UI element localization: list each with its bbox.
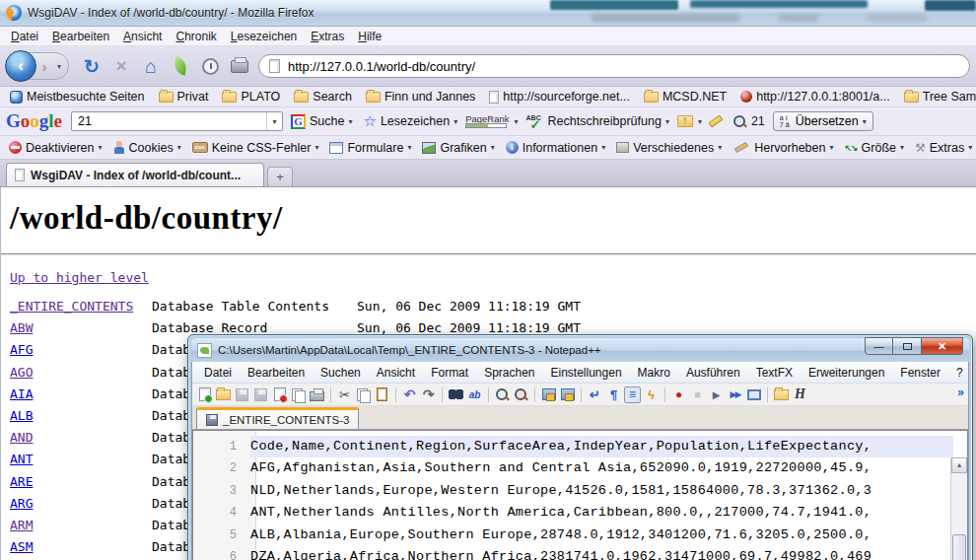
macro-save-button[interactable] — [745, 386, 762, 403]
entry-link[interactable]: ASM — [10, 536, 152, 558]
webdev-formulare[interactable]: Formulare▾ — [325, 139, 415, 157]
feed-button[interactable] — [169, 54, 192, 78]
npp-menu-ansicht[interactable]: Ansicht — [369, 364, 423, 382]
webdev-informationen[interactable]: iInformationen▾ — [502, 139, 609, 157]
function-completion-button[interactable]: ϟ — [643, 386, 660, 403]
bookmark-sourceforge[interactable]: http://sourceforge.net... — [483, 89, 636, 105]
spellcheck-button[interactable]: ABC Rechtschreibprüfung ▾ — [523, 112, 672, 131]
find-button[interactable] — [448, 386, 464, 403]
bookmark-most-visited[interactable]: Meistbesuchte Seiten — [4, 89, 151, 105]
close-file-button[interactable] — [271, 386, 288, 403]
pagerank-widget[interactable]: PageRank — [465, 114, 509, 128]
vertical-scrollbar[interactable]: ▲ ≡ — [950, 457, 967, 560]
minimize-button[interactable]: — — [865, 337, 893, 355]
zoom-out-button[interactable] — [513, 386, 529, 403]
webdev-deaktivieren[interactable]: Deaktivieren▾ — [5, 139, 106, 157]
save-all-button[interactable] — [252, 386, 269, 403]
npp-menu-help[interactable]: ? — [948, 364, 971, 382]
menu-datei[interactable]: Datei — [4, 28, 45, 45]
npp-menu-suchen[interactable]: Suchen — [313, 364, 369, 382]
close-button[interactable]: ✕ — [922, 337, 963, 355]
up-link[interactable]: Up to higher level — [10, 270, 149, 285]
redo-button[interactable]: ↷ — [420, 386, 437, 403]
document-tab[interactable]: _ENTIRE_CONTENTS-3 — [196, 407, 359, 429]
macro-stop-button[interactable]: ■ — [689, 386, 706, 403]
line-text[interactable]: NLD,Netherlands,Europe,Western Europe,41… — [250, 480, 953, 502]
entry-link[interactable]: ALB — [10, 405, 152, 427]
webdev-extras[interactable]: ⚒Extras▾ — [911, 139, 976, 157]
scroll-up-button[interactable]: ▲ — [951, 457, 967, 473]
bookmark-privat[interactable]: Privat — [153, 89, 215, 105]
send-to-icon[interactable] — [677, 115, 693, 127]
entry-link[interactable]: AIA — [10, 384, 152, 405]
search-dropdown-icon[interactable]: ▾ — [266, 112, 282, 130]
npp-menu-makro[interactable]: Makro — [630, 364, 678, 382]
npp-menu-datei[interactable]: Datei — [196, 364, 240, 382]
print-button[interactable] — [309, 386, 325, 403]
menu-extras[interactable]: Extras — [304, 28, 351, 45]
npp-menu-textfx[interactable]: TextFX — [748, 364, 801, 382]
webdev-cookies[interactable]: Cookies▾ — [109, 139, 185, 157]
webdev-css[interactable]: cssKeine CSS-Fehler▾ — [188, 139, 323, 157]
macro-run-multiple-button[interactable]: ▶▶ — [727, 386, 743, 403]
npp-menu-einstellungen[interactable]: Einstellungen — [543, 364, 630, 382]
notepad-titlebar[interactable]: C:\Users\Martin\AppData\Local\Temp\_ENTI… — [191, 338, 969, 362]
menu-lesezeichen[interactable]: Lesezeichen — [224, 28, 304, 45]
macro-record-button[interactable]: ● — [670, 386, 687, 403]
line-text[interactable]: Code,Name,Continent,Region,SurfaceArea,I… — [250, 436, 953, 457]
entry-link[interactable]: ARM — [10, 515, 152, 536]
webdev-verschiedenes[interactable]: Verschiedenes▾ — [612, 139, 726, 157]
line-text[interactable]: ANT,Netherlands Antilles,North America,C… — [250, 502, 953, 524]
highlighter-icon[interactable] — [708, 115, 723, 128]
history-button[interactable] — [198, 54, 222, 78]
bookmark-mcsd[interactable]: MCSD.NET — [638, 89, 732, 105]
google-search-input[interactable] — [72, 114, 266, 128]
firefox-titlebar[interactable]: WsgiDAV - Index of /world-db/country/ - … — [0, 0, 976, 27]
maximize-button[interactable] — [893, 337, 922, 355]
entry-link[interactable]: AND — [10, 427, 152, 449]
npp-menu-erweiterungen[interactable]: Erweiterungen — [801, 364, 892, 382]
entry-link[interactable]: _ENTIRE_CONTENTS — [10, 296, 152, 317]
entry-link[interactable]: ANT — [10, 449, 152, 470]
entry-link[interactable]: AFG — [10, 339, 152, 361]
history-dropdown-icon[interactable]: ▾ — [54, 62, 64, 71]
bookmark-search[interactable]: Search — [288, 89, 358, 105]
entry-link[interactable]: ARE — [10, 471, 152, 493]
print-button[interactable] — [228, 54, 251, 78]
undo-button[interactable]: ↶ — [401, 386, 418, 403]
save-button[interactable] — [234, 386, 250, 403]
macro-play-button[interactable]: ▶ — [708, 386, 725, 403]
show-all-chars-button[interactable]: ¶ — [605, 386, 622, 403]
home-button[interactable]: ⌂ — [139, 54, 163, 78]
npp-menu-ausfuehren[interactable]: Ausführen — [678, 364, 748, 382]
sync-vertical-button[interactable] — [540, 386, 557, 403]
editor-area[interactable]: 1Code,Name,Continent,Region,SurfaceArea,… — [192, 430, 968, 560]
menu-bearbeiten[interactable]: Bearbeiten — [45, 28, 116, 45]
reload-button[interactable]: ↻ — [80, 54, 104, 78]
entry-link[interactable]: ARG — [10, 493, 152, 515]
stop-button[interactable]: × — [109, 54, 133, 78]
url-input[interactable] — [288, 59, 959, 74]
new-file-button[interactable] — [196, 386, 213, 403]
url-bar[interactable] — [258, 54, 970, 78]
sync-horizontal-button[interactable] — [559, 386, 576, 403]
menu-ansicht[interactable]: Ansicht — [116, 28, 169, 45]
google-lesezeichen-button[interactable]: ☆ Lesezeichen ▾ — [360, 110, 460, 132]
npp-menu-fenster[interactable]: Fenster — [892, 364, 948, 382]
entry-link[interactable]: AGO — [10, 362, 152, 384]
npp-menu-sprachen[interactable]: Sprachen — [476, 364, 542, 382]
open-file-button[interactable] — [215, 386, 232, 403]
webdev-hervorheben[interactable]: Hervorheben▾ — [729, 139, 837, 157]
entry-link[interactable]: ABW — [10, 317, 152, 339]
word-wrap-button[interactable]: ↵ — [587, 386, 603, 403]
google-search-box[interactable]: ▾ — [71, 111, 283, 131]
replace-button[interactable]: ab — [466, 386, 483, 403]
scrollbar-thumb[interactable]: ≡ — [952, 534, 966, 560]
toolbar-overflow-icon[interactable]: » — [957, 385, 964, 399]
npp-menu-format[interactable]: Format — [423, 364, 476, 382]
webdev-grafiken[interactable]: Grafiken▾ — [418, 139, 498, 157]
tab-wsgidav[interactable]: WsgiDAV - Index of /world-db/count... — [6, 163, 264, 186]
menu-hilfe[interactable]: Hilfe — [351, 28, 388, 45]
webdev-groesse[interactable]: ↖↘Größe▾ — [840, 139, 908, 157]
paste-button[interactable] — [374, 386, 390, 403]
